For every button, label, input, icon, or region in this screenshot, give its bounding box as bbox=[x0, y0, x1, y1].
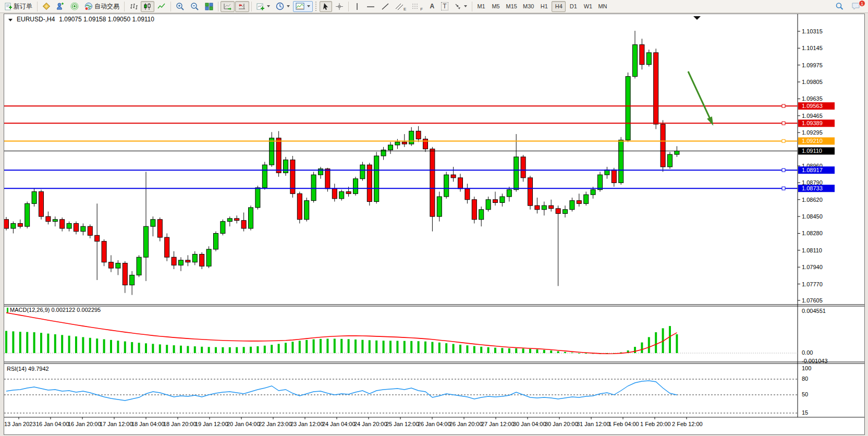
timeframe-M15[interactable]: M15 bbox=[504, 1, 520, 12]
svg-text:26 Jan 20:00: 26 Jan 20:00 bbox=[449, 421, 483, 427]
text-label-tool-button[interactable]: T bbox=[438, 1, 450, 12]
hline-tool-button[interactable] bbox=[363, 1, 378, 12]
timeframe-H4[interactable]: H4 bbox=[552, 1, 566, 12]
svg-text:1.09210: 1.09210 bbox=[802, 138, 823, 144]
svg-text:15: 15 bbox=[802, 409, 808, 416]
svg-text:100: 100 bbox=[802, 365, 811, 371]
timeframe-H1[interactable]: H1 bbox=[537, 1, 551, 12]
macd-values: 0.002122 0.002295 bbox=[51, 307, 101, 313]
separator bbox=[472, 2, 472, 11]
cursor-tool-button[interactable] bbox=[320, 1, 332, 12]
line-chart-button[interactable] bbox=[155, 1, 168, 12]
community-chat-button[interactable]: 1 bbox=[849, 1, 863, 12]
line-chart-icon bbox=[157, 3, 166, 10]
bar-chart-button[interactable] bbox=[127, 1, 140, 12]
auto-trading-icon bbox=[84, 2, 93, 10]
separator bbox=[170, 2, 171, 11]
text-icon: A bbox=[430, 3, 434, 10]
template-dropdown[interactable] bbox=[293, 1, 313, 12]
separator bbox=[124, 2, 125, 11]
chart-canvas[interactable]: 1.103151.101451.099751.098051.096351.094… bbox=[4, 14, 864, 434]
timeframe-MN[interactable]: MN bbox=[595, 1, 609, 12]
new-order-icon bbox=[4, 3, 12, 10]
svg-text:13 Jan 2023: 13 Jan 2023 bbox=[4, 421, 36, 427]
svg-text:1.09805: 1.09805 bbox=[802, 79, 823, 85]
period-dropdown[interactable] bbox=[273, 1, 292, 12]
svg-text:50: 50 bbox=[802, 391, 808, 397]
chevron-down-icon bbox=[307, 5, 310, 7]
zoom-in-button[interactable] bbox=[173, 1, 187, 12]
time-axis: 13 Jan 202316 Jan 04:0016 Jan 20:0017 Ja… bbox=[4, 417, 703, 427]
separator bbox=[348, 2, 349, 11]
signal-icon bbox=[70, 2, 79, 10]
search-button[interactable] bbox=[833, 1, 847, 12]
chart-header: EURUSD-,H4 1.09075 1.09158 1.09050 1.091… bbox=[8, 16, 154, 23]
new-order-button[interactable]: 新订单 bbox=[2, 1, 35, 12]
svg-text:-0.001043: -0.001043 bbox=[802, 358, 828, 364]
trading-terminal: { "toolbar": { "new_order": "新订单", "auto… bbox=[0, 0, 868, 436]
tile-windows-icon bbox=[205, 3, 213, 10]
svg-text:16 Jan 04:00: 16 Jan 04:00 bbox=[36, 421, 69, 427]
separator bbox=[251, 2, 252, 11]
market-watch-button[interactable] bbox=[54, 1, 67, 12]
timeframe-M30[interactable]: M30 bbox=[520, 1, 536, 12]
auto-trading-button[interactable]: 自动交易 bbox=[82, 1, 122, 12]
chart-menu-caret-icon[interactable] bbox=[8, 19, 13, 21]
svg-text:27 Jan 12:00: 27 Jan 12:00 bbox=[481, 421, 515, 427]
zoom-out-button[interactable] bbox=[188, 1, 202, 12]
chart-shift-marker[interactable] bbox=[693, 16, 701, 20]
zoom-out-icon bbox=[190, 2, 199, 10]
horizontal-line-icon bbox=[366, 3, 375, 10]
arrow-annotation[interactable] bbox=[688, 71, 713, 126]
auto-trading-label: 自动交易 bbox=[94, 2, 119, 11]
timeframe-W1[interactable]: W1 bbox=[581, 1, 595, 12]
chart-shift-button[interactable] bbox=[235, 1, 249, 12]
svg-text:30 Jan 20:00: 30 Jan 20:00 bbox=[545, 421, 578, 427]
svg-text:24 Jan 20:00: 24 Jan 20:00 bbox=[354, 421, 387, 427]
vline-tool-button[interactable] bbox=[351, 1, 363, 12]
horizontal-line-objects[interactable]: 1.095631.093891.092101.091101.089171.087… bbox=[4, 102, 835, 192]
template-icon bbox=[296, 3, 304, 10]
svg-text:26 Jan 04:00: 26 Jan 04:00 bbox=[418, 421, 451, 427]
search-icon bbox=[835, 2, 844, 10]
svg-text:1.08620: 1.08620 bbox=[802, 197, 823, 203]
profiles-button[interactable] bbox=[40, 1, 53, 12]
svg-text:23 Jan 12:00: 23 Jan 12:00 bbox=[290, 421, 324, 427]
news-signal-button[interactable] bbox=[68, 1, 81, 12]
candlestick-icon bbox=[143, 3, 152, 10]
fibonacci-icon bbox=[412, 3, 420, 10]
candlestick-chart-button[interactable] bbox=[141, 1, 154, 12]
svg-text:0.004551: 0.004551 bbox=[802, 308, 826, 314]
fibo-sub-label: F bbox=[420, 7, 423, 11]
tile-windows-button[interactable] bbox=[202, 1, 216, 12]
channel-sub-label: E bbox=[404, 7, 406, 11]
channel-tool-button[interactable]: E bbox=[393, 1, 409, 12]
timeframe-M1[interactable]: M1 bbox=[474, 1, 488, 12]
chevron-down-icon bbox=[464, 5, 467, 7]
main-toolbar: 新订单 自动交易 bbox=[0, 0, 868, 13]
timeframe-D1[interactable]: D1 bbox=[566, 1, 580, 12]
toolbar-grip bbox=[315, 2, 317, 11]
trendline-tool-button[interactable] bbox=[378, 1, 392, 12]
svg-text:2 Feb 12:00: 2 Feb 12:00 bbox=[672, 421, 703, 427]
arrows-tool-dropdown[interactable] bbox=[451, 1, 470, 12]
svg-text:1.09295: 1.09295 bbox=[802, 129, 823, 136]
svg-text:20 Jan 04:00: 20 Jan 04:00 bbox=[227, 421, 260, 427]
auto-scroll-button[interactable] bbox=[221, 1, 235, 12]
svg-text:1.08450: 1.08450 bbox=[802, 213, 823, 220]
rsi-indicator-label: RSI(14) 49.7942 bbox=[7, 366, 49, 372]
svg-text:1.07940: 1.07940 bbox=[802, 264, 823, 270]
new-chart-icon bbox=[256, 3, 264, 10]
fibonacci-tool-button[interactable]: F bbox=[409, 1, 425, 12]
text-tool-button[interactable]: A bbox=[426, 1, 438, 12]
svg-text:1.10315: 1.10315 bbox=[802, 28, 823, 34]
svg-text:1.09465: 1.09465 bbox=[802, 113, 823, 119]
panel-separators[interactable] bbox=[4, 305, 864, 417]
rsi-name: RSI(14) bbox=[7, 366, 27, 372]
timeframe-M5[interactable]: M5 bbox=[489, 1, 503, 12]
svg-text:1.09110: 1.09110 bbox=[802, 148, 822, 154]
toolbar-right: 1 bbox=[833, 1, 866, 12]
crosshair-tool-button[interactable] bbox=[333, 1, 346, 12]
svg-text:1.08917: 1.08917 bbox=[802, 167, 823, 173]
new-chart-dropdown[interactable] bbox=[254, 1, 273, 12]
